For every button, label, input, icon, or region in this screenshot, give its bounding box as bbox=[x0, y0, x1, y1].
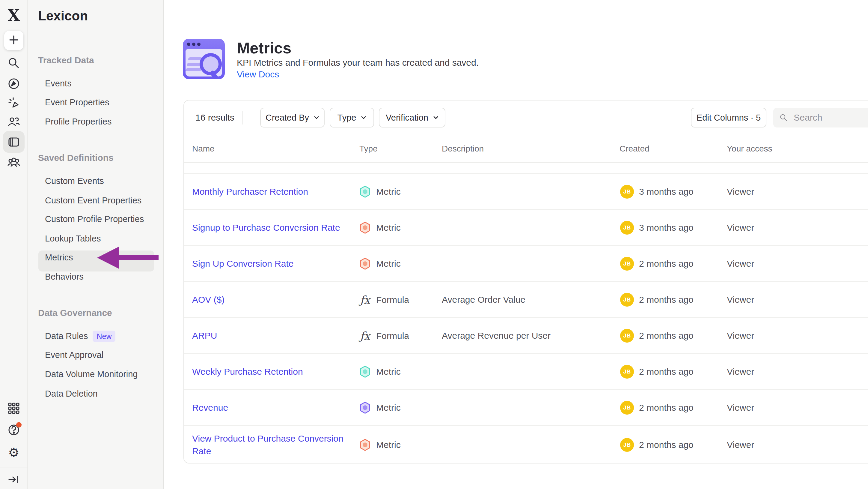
created-time: 2 months ago bbox=[639, 440, 693, 450]
created-cell: JB 2 months ago bbox=[620, 257, 693, 270]
sidebar-item-behaviors[interactable]: Behaviors bbox=[45, 272, 84, 282]
users-icon[interactable] bbox=[7, 115, 20, 128]
formula-fx-icon: ƒx bbox=[360, 330, 371, 342]
avatar: JB bbox=[620, 293, 634, 307]
created-cell: JB 3 months ago bbox=[620, 221, 693, 235]
avatar: JB bbox=[620, 221, 634, 235]
metrics-table-card: 16 results Created By Type Verification … bbox=[183, 100, 868, 463]
search-input[interactable] bbox=[793, 112, 868, 123]
create-new-button[interactable] bbox=[4, 31, 23, 50]
table-header: Name Type Description Created Your acces… bbox=[184, 135, 868, 163]
group-icon[interactable] bbox=[7, 156, 20, 169]
table-row: Sign Up Conversion Rate Metric JB 2 mont… bbox=[184, 246, 868, 282]
sidebar-item-data-deletion[interactable]: Data Deletion bbox=[45, 389, 98, 399]
col-type: Type bbox=[360, 144, 378, 153]
metric-name-link[interactable]: Weekly Purchase Retention bbox=[192, 365, 362, 378]
rail-divider bbox=[0, 467, 28, 467]
type-cell: Metric bbox=[360, 257, 401, 270]
sidebar-item-custom-event-properties[interactable]: Custom Event Properties bbox=[45, 196, 142, 205]
search-nav-icon[interactable] bbox=[7, 56, 20, 69]
metric-name-link[interactable]: Signup to Purchase Conversion Rate bbox=[192, 222, 362, 234]
new-badge: New bbox=[93, 330, 115, 342]
sidebar-item-lookup-tables[interactable]: Lookup Tables bbox=[45, 234, 101, 243]
sidebar-item-data-rules[interactable]: Data RulesNew bbox=[45, 331, 115, 341]
sidebar-title: Lexicon bbox=[38, 8, 88, 23]
created-time: 2 months ago bbox=[639, 403, 693, 413]
access-value: Viewer bbox=[727, 440, 754, 450]
collapse-sidebar-icon[interactable] bbox=[7, 473, 20, 486]
created-time: 3 months ago bbox=[639, 186, 693, 197]
lexicon-panel-icon[interactable] bbox=[7, 135, 20, 148]
metric-name-link[interactable]: AOV ($) bbox=[192, 293, 362, 306]
type-cell: ƒx Formula bbox=[360, 294, 409, 306]
created-cell: JB 2 months ago bbox=[620, 438, 693, 452]
data-rules-label: Data Rules bbox=[45, 331, 88, 341]
col-created: Created bbox=[620, 144, 650, 153]
sidebar-item-custom-profile-properties[interactable]: Custom Profile Properties bbox=[45, 214, 144, 224]
filter-verification-button[interactable]: Verification bbox=[379, 108, 445, 127]
type-label: Metric bbox=[376, 186, 401, 197]
sidebar-item-events[interactable]: Events bbox=[45, 79, 72, 88]
annotation-arrow bbox=[97, 247, 119, 269]
hexagon-teal-icon bbox=[360, 185, 371, 198]
chevron-down-icon bbox=[433, 116, 438, 119]
apps-grid-icon[interactable] bbox=[7, 402, 20, 415]
help-icon[interactable] bbox=[7, 423, 20, 436]
metric-name-link[interactable]: ARPU bbox=[192, 329, 362, 342]
avatar: JB bbox=[620, 365, 634, 379]
created-time: 2 months ago bbox=[639, 295, 693, 305]
sidebar-item-custom-events[interactable]: Custom Events bbox=[45, 176, 104, 186]
access-value: Viewer bbox=[727, 259, 754, 269]
created-time: 2 months ago bbox=[639, 259, 693, 269]
metric-name-link[interactable]: Revenue bbox=[192, 401, 362, 414]
table-toolbar: 16 results Created By Type Verification … bbox=[184, 100, 868, 135]
table-row: Monthly Purchaser Retention Metric JB 3 … bbox=[184, 174, 868, 210]
access-value: Viewer bbox=[727, 223, 754, 233]
section-tracked-data: Tracked Data bbox=[38, 55, 94, 65]
hexagon-orange-icon bbox=[360, 222, 371, 234]
table-row: Signup to Purchase Conversion Rate Metri… bbox=[184, 210, 868, 246]
results-count: 16 results bbox=[195, 113, 235, 123]
section-data-governance: Data Governance bbox=[38, 308, 112, 318]
edit-columns-button[interactable]: Edit Columns · 5 bbox=[691, 108, 766, 127]
created-time: 3 months ago bbox=[639, 223, 693, 233]
sidebar-item-data-volume-monitoring[interactable]: Data Volume Monitoring bbox=[45, 369, 138, 379]
filter-label: Type bbox=[338, 113, 356, 123]
avatar: JB bbox=[620, 185, 634, 199]
search-icon bbox=[779, 113, 788, 123]
view-docs-link[interactable]: View Docs bbox=[237, 69, 279, 80]
avatar: JB bbox=[620, 438, 634, 452]
filter-created-by-button[interactable]: Created By bbox=[260, 108, 324, 127]
sidebar-item-profile-properties[interactable]: Profile Properties bbox=[45, 117, 112, 126]
annotation-arrow-shaft bbox=[118, 255, 159, 260]
mixpanel-logo-icon[interactable]: X bbox=[5, 7, 22, 23]
settings-gear-icon[interactable]: ⚙ bbox=[7, 446, 20, 459]
metric-name-link[interactable]: Monthly Purchaser Retention bbox=[192, 185, 362, 198]
metric-name-link[interactable]: Sign Up Conversion Rate bbox=[192, 257, 362, 270]
chevron-down-icon bbox=[314, 116, 319, 119]
sidebar-item-event-approval[interactable]: Event Approval bbox=[45, 350, 103, 360]
col-description: Description bbox=[442, 144, 484, 153]
sidebar-item-metrics[interactable]: Metrics bbox=[45, 253, 73, 262]
created-cell: JB 2 months ago bbox=[620, 401, 693, 414]
hexagon-orange-icon bbox=[360, 439, 371, 451]
filter-label: Created By bbox=[266, 113, 309, 123]
created-time: 2 months ago bbox=[639, 367, 693, 377]
metric-name-link[interactable]: View Product to Purchase Conversion Rate bbox=[192, 432, 362, 458]
cursor-activity-icon[interactable] bbox=[7, 96, 20, 109]
type-label: Formula bbox=[376, 295, 409, 305]
compass-icon[interactable] bbox=[7, 77, 20, 90]
type-label: Metric bbox=[376, 403, 401, 413]
avatar: JB bbox=[620, 329, 634, 343]
type-cell: Metric bbox=[360, 185, 401, 198]
sidebar: Lexicon Tracked Data Events Event Proper… bbox=[28, 0, 164, 489]
formula-fx-icon: ƒx bbox=[360, 294, 371, 306]
sidebar-item-event-properties[interactable]: Event Properties bbox=[45, 97, 109, 107]
filter-type-button[interactable]: Type bbox=[330, 108, 374, 127]
type-label: Metric bbox=[376, 259, 401, 269]
access-value: Viewer bbox=[727, 403, 754, 413]
col-your-access: Your access bbox=[727, 144, 772, 153]
created-cell: JB 2 months ago bbox=[620, 293, 693, 307]
toolbar-divider bbox=[242, 111, 243, 124]
created-cell: JB 2 months ago bbox=[620, 329, 693, 343]
